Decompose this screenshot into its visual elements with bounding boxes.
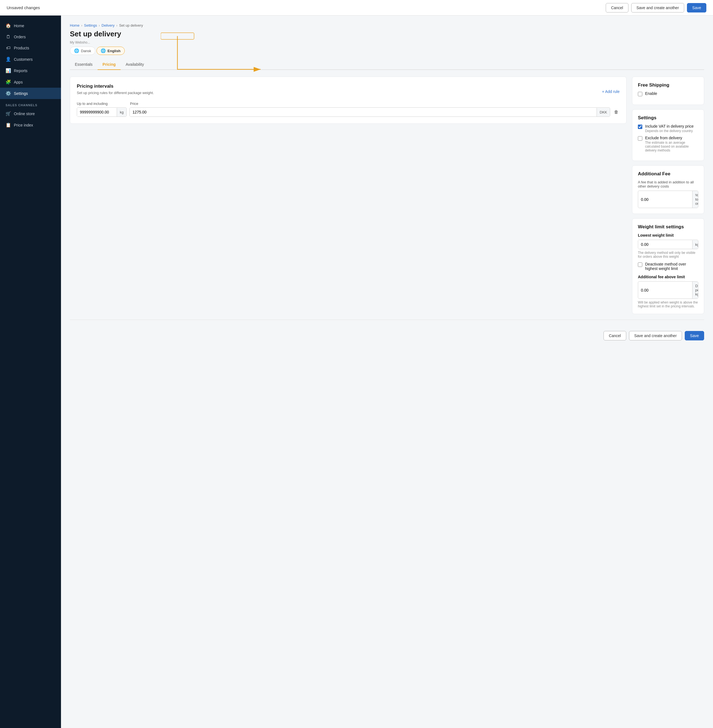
- bottom-actions: Cancel Save and create another Save: [70, 326, 704, 341]
- sidebar-item-label-orders: Orders: [14, 35, 26, 39]
- col-labels: Up to and including Price: [77, 102, 620, 106]
- above-limit-suffix: DKK per kg: [692, 282, 698, 299]
- reports-icon: 📊: [6, 68, 11, 73]
- topbar-actions: Cancel Save and create another Save: [606, 3, 706, 12]
- main-content: Home › Settings › Delivery › Set up deli…: [61, 15, 713, 728]
- settings-icon: ⚙️: [6, 91, 11, 96]
- additional-fee-input[interactable]: [638, 195, 692, 204]
- save-create-button-bottom[interactable]: Save and create another: [629, 331, 682, 341]
- pricing-intervals-title: Pricing intervals: [77, 84, 154, 89]
- above-limit-hint: Will be applied when weight is above the…: [638, 300, 698, 308]
- breadcrumb-delivery[interactable]: Delivery: [101, 23, 115, 27]
- tab-pricing[interactable]: Pricing: [98, 59, 121, 70]
- additional-fee-subtitle: A fee that is added in addition to all o…: [638, 180, 698, 188]
- pricing-intervals-card: Pricing intervals Set up pricing rules f…: [70, 76, 626, 124]
- free-shipping-card: Free Shipping Enable: [632, 76, 704, 105]
- additional-fee-card: Additional Fee A fee that is added in ad…: [632, 165, 704, 214]
- sidebar-item-home[interactable]: 🏠 Home: [0, 20, 61, 31]
- lowest-weight-suffix: kg: [692, 240, 698, 249]
- lang-tab-english-label: English: [107, 49, 121, 53]
- sidebar-item-label-price-index: Price index: [14, 123, 33, 127]
- sidebar-item-label-online-store: Online store: [14, 112, 35, 116]
- sidebar-item-reports[interactable]: 📊 Reports: [0, 65, 61, 76]
- price-suffix: DKK: [597, 108, 610, 117]
- exclude-delivery-checkbox[interactable]: [638, 136, 642, 141]
- additional-fee-input-wrapper: % of total order: [638, 191, 698, 208]
- deactivate-method-label[interactable]: Deactivate method over highest weight li…: [645, 262, 698, 271]
- price-col-label: Price: [130, 102, 620, 106]
- sidebar-item-label-settings: Settings: [14, 91, 28, 96]
- exclude-delivery-sub: The estimate is an average calculated ba…: [645, 141, 698, 152]
- sidebar-item-apps[interactable]: 🧩 Apps: [0, 76, 61, 88]
- sidebar-item-orders[interactable]: 🗒 Orders: [0, 31, 61, 42]
- weight-input[interactable]: [77, 108, 117, 117]
- lang-tab-english[interactable]: 🌐 English: [97, 46, 125, 55]
- above-limit-label: Additional fee above limit: [638, 275, 698, 279]
- additional-fee-title: Additional Fee: [638, 171, 698, 177]
- save-button-top[interactable]: Save: [687, 3, 706, 12]
- weight-suffix: kg: [117, 108, 127, 117]
- interval-header: Pricing intervals Set up pricing rules f…: [77, 84, 620, 99]
- unsaved-changes-title: Unsaved changes: [7, 5, 40, 10]
- tab-availability[interactable]: Availability: [121, 59, 149, 70]
- sidebar-item-label-reports: Reports: [14, 69, 27, 73]
- include-vat-label: Include VAT in delivery price: [645, 124, 694, 129]
- lowest-weight-input[interactable]: [638, 240, 692, 249]
- breadcrumb-home[interactable]: Home: [70, 23, 79, 27]
- sidebar-nav-items: 🏠 Home 🗒 Orders 🏷 Products 👤 Customers 📊…: [0, 20, 61, 99]
- customers-icon: 👤: [6, 57, 11, 62]
- lowest-weight-hint: The delivery method will only be visible…: [638, 251, 698, 259]
- save-button-bottom[interactable]: Save: [685, 331, 704, 341]
- online-store-icon: 🛒: [6, 111, 11, 116]
- free-shipping-title: Free Shipping: [638, 82, 698, 88]
- deactivate-method-checkbox[interactable]: [638, 262, 642, 267]
- sidebar-item-settings[interactable]: ⚙️ Settings: [0, 88, 61, 99]
- above-limit-input[interactable]: [638, 286, 692, 294]
- breadcrumb-settings[interactable]: Settings: [84, 23, 97, 27]
- lang-tab-dansk[interactable]: 🌐 Dansk: [70, 46, 95, 55]
- exclude-delivery-row: Exclude from delivery The estimate is an…: [638, 136, 698, 152]
- cancel-button-bottom[interactable]: Cancel: [604, 331, 626, 341]
- orders-icon: 🗒: [6, 34, 11, 39]
- apps-icon: 🧩: [6, 79, 11, 85]
- sidebar-item-products[interactable]: 🏷 Products: [0, 42, 61, 54]
- sidebar-item-online-store[interactable]: 🛒 Online store: [0, 108, 61, 119]
- breadcrumb-current: Set up delivery: [119, 23, 143, 27]
- weight-limit-title: Weight limit settings: [638, 224, 698, 230]
- bottom-divider: [70, 320, 704, 320]
- side-column: Free Shipping Enable Settings Include VA…: [632, 76, 704, 314]
- include-vat-checkbox[interactable]: [638, 124, 642, 129]
- tab-essentials[interactable]: Essentials: [70, 59, 98, 70]
- price-input[interactable]: [130, 108, 597, 117]
- deactivate-method-row: Deactivate method over highest weight li…: [638, 262, 698, 271]
- sidebar-item-customers[interactable]: 👤 Customers: [0, 54, 61, 65]
- settings-card: Settings Include VAT in delivery price D…: [632, 109, 704, 161]
- free-shipping-enable-label[interactable]: Enable: [645, 91, 657, 96]
- weight-limit-card: Weight limit settings Lowest weight limi…: [632, 218, 704, 314]
- add-rule-link[interactable]: + Add rule: [602, 89, 620, 94]
- sidebar-item-label-home: Home: [14, 24, 24, 28]
- sidebar-item-price-index[interactable]: 📋 Price index: [0, 119, 61, 131]
- lang-tabs: 🌐 Dansk 🌐 English: [70, 46, 704, 55]
- dansk-flag-icon: 🌐: [74, 48, 79, 53]
- free-shipping-checkbox[interactable]: [638, 92, 642, 96]
- delete-row-button[interactable]: 🗑: [613, 109, 620, 116]
- topbar: Unsaved changes Cancel Save and create a…: [0, 0, 713, 15]
- weight-input-wrapper: kg: [77, 108, 127, 117]
- main-column: Pricing intervals Set up pricing rules f…: [70, 76, 626, 128]
- page-title: Set up delivery: [70, 30, 704, 38]
- sales-channels-label: SALES CHANNELS: [0, 99, 61, 108]
- sidebar-item-label-products: Products: [14, 46, 29, 50]
- exclude-delivery-label: Exclude from delivery: [645, 136, 698, 140]
- lowest-weight-input-wrapper: kg: [638, 240, 698, 249]
- include-vat-sub: Depends on the delivery country: [645, 129, 694, 133]
- save-create-button-top[interactable]: Save and create another: [631, 3, 684, 12]
- layout: 🏠 Home 🗒 Orders 🏷 Products 👤 Customers 📊…: [0, 15, 713, 728]
- free-shipping-enable-row: Enable: [638, 91, 698, 96]
- lang-tab-dansk-label: Dansk: [81, 49, 91, 53]
- interval-row: kg DKK 🗑: [77, 108, 620, 117]
- additional-fee-suffix: % of total order: [692, 191, 698, 208]
- weight-col-label: Up to and including: [77, 102, 127, 106]
- price-index-icon: 📋: [6, 123, 11, 128]
- cancel-button-top[interactable]: Cancel: [606, 3, 628, 12]
